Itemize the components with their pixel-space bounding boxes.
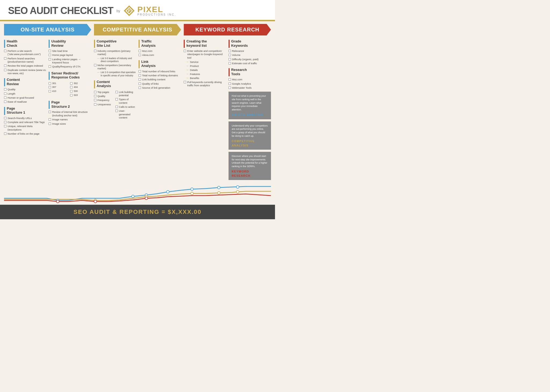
list-item: Moz.com [229,78,271,81]
info-boxes: Find out what is preventing your site fr… [229,92,271,180]
checkbox[interactable] [229,87,231,89]
checkbox[interactable] [115,98,118,100]
checkbox[interactable] [4,132,6,135]
content-analysis-right: Link building potential Types of content… [115,91,136,120]
health-check-bar [4,40,5,48]
checkbox[interactable] [139,70,141,73]
checkbox[interactable] [49,123,51,125]
checkbox[interactable] [229,54,231,56]
checkbox[interactable] [94,50,96,52]
checkbox[interactable] [94,103,96,106]
list-item: Top pages [94,91,115,94]
page-struct-1-label: PageStructure 1 [7,106,25,115]
checkbox[interactable] [49,65,51,68]
checkbox[interactable] [139,82,141,85]
checkbox[interactable] [184,81,186,83]
checkbox[interactable] [49,111,51,113]
checkbox[interactable] [139,54,141,56]
checkbox[interactable] [115,106,118,108]
checkbox[interactable] [49,58,51,60]
checkbox[interactable] [229,58,231,60]
list-item: Image sizes [49,122,91,125]
research-tools-list: Moz.com Google Analytics Webmaster Tools [229,78,271,89]
checkbox[interactable] [4,96,6,99]
checkbox[interactable] [49,118,51,121]
traffic-analysis-title: TrafficAnalysis [139,39,181,48]
checkbox[interactable] [49,86,51,88]
list-item: Quality [4,88,46,91]
checkbox[interactable] [94,95,96,97]
header-by: by [117,9,120,13]
checkbox[interactable] [4,88,6,91]
checkbox[interactable] [4,50,6,52]
list-item: Quality/frequency of CTA [49,65,91,68]
link-analysis-title: LinkAnalysis [139,60,181,68]
creating-keyword-section: Creating thekeyword list Enter website a… [184,39,226,87]
checkbox[interactable] [70,90,73,92]
list-item: Estimate cost of traffic [229,62,271,65]
checkbox[interactable] [4,100,6,103]
grade-keywords-bar [229,40,230,48]
content-review-bar [4,78,5,86]
checkbox[interactable] [184,50,186,52]
server-redirect-label: Server Redirect/Response Codes [51,71,79,80]
link-analysis-bar [139,60,140,68]
checkbox[interactable] [229,82,231,85]
page-struct-2-section: PageStructure 2 Review of internal link … [49,100,91,125]
content-analysis-label: ContentAnalysis [97,80,111,88]
checkbox[interactable] [4,64,6,67]
checkbox[interactable] [4,69,6,71]
checkbox[interactable] [94,99,96,101]
list-item: 404 [70,86,91,89]
checkbox[interactable] [49,54,51,56]
content-review-label: ContentReview [7,78,20,86]
competitive-left: CompetitiveSite List Industry competitor… [94,39,136,120]
checkbox[interactable] [49,90,51,92]
link-analysis-label: LinkAnalysis [141,60,155,68]
checkbox[interactable] [70,86,73,88]
checkbox[interactable] [4,125,6,127]
checkbox[interactable] [94,91,96,93]
health-check-title: HealthCheck [4,39,46,48]
page-struct-1-list: Search-friendly URLs Complete and releva… [4,117,46,136]
info-box-onsite-title: ON-SITE ANALYSIS [232,113,268,117]
list-item: Search-friendly URLs [4,117,46,120]
usability-review-list: Site load time Home page layout Landing … [49,49,91,69]
svg-point-16 [56,200,59,203]
health-check-section: HealthCheck Perform a site search ("site… [4,39,46,75]
checkbox[interactable] [4,117,6,119]
checkbox[interactable] [115,110,118,112]
info-box-keyword-title: KEYWORD RESEARCH [232,170,268,178]
checkbox[interactable] [49,82,51,85]
checkbox[interactable] [139,50,141,52]
checkbox[interactable] [4,92,6,95]
checkbox[interactable] [229,62,231,64]
track-area [4,182,271,203]
svg-point-15 [236,190,239,193]
list-item: Number of links on the page [4,132,46,135]
checkbox[interactable] [229,78,231,81]
col-keyword: Creating thekeyword list Enter website a… [184,39,271,180]
checkbox[interactable] [139,74,141,77]
header-title: SEO AUDIT CHECKLIST [8,6,113,16]
list-item: Link building potential [115,91,136,97]
svg-point-14 [218,192,220,194]
research-tools-section: ResearchTools Moz.com Google Analytics W… [229,68,271,89]
keyword-two-sub: Creating thekeyword list Enter website a… [184,39,271,180]
checkbox[interactable] [115,91,118,93]
checkbox[interactable] [229,50,231,52]
list-item: Home page layout [49,53,91,57]
link-analysis-list: Total number of inbound links Total numb… [139,70,181,90]
list-item: 500 [70,90,91,93]
col-competitive: CompetitiveSite List Industry competitor… [94,39,181,180]
checkbox[interactable] [139,87,141,89]
checkbox[interactable] [70,82,73,85]
arrow-details: Details [184,68,226,71]
checkbox[interactable] [4,121,6,123]
checkbox[interactable] [139,78,141,81]
checkbox[interactable] [94,64,96,66]
checkbox[interactable] [70,94,73,96]
competitive-site-list: Industry competitors (primary market) Li… [94,49,136,77]
checkbox[interactable] [4,57,6,60]
checkbox[interactable] [49,50,51,52]
